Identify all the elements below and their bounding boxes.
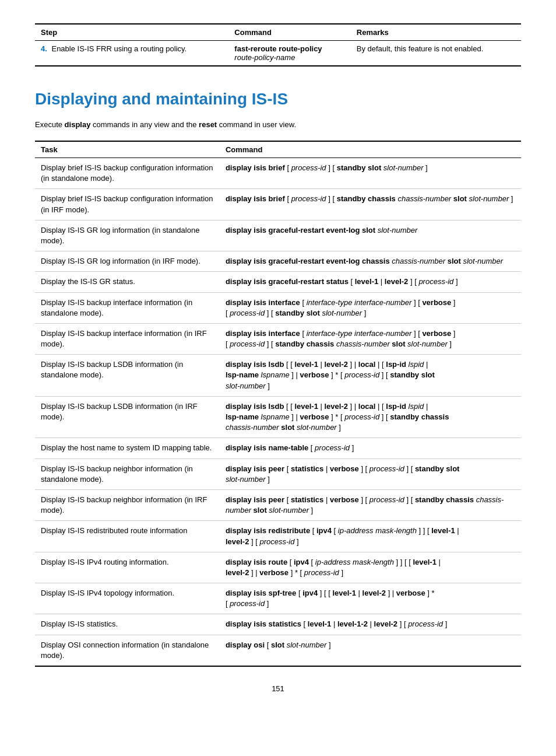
- task-cell: Display IS-IS backup interface informati…: [35, 292, 220, 323]
- command-cell: display isis route [ ipv4 [ ip-address m…: [220, 552, 521, 583]
- command-cell: display isis interface [ interface-type …: [220, 292, 521, 323]
- task-cell: Display IS-IS backup LSDB information (i…: [35, 355, 220, 397]
- page-number: 151: [35, 684, 521, 693]
- task-cell: Display IS-IS IPv4 topology information.: [35, 583, 220, 614]
- config-table-command-cell: fast-reroute route-policy route-policy-n…: [228, 41, 350, 66]
- table-row: Display the IS-IS GR status. display isi…: [35, 272, 521, 292]
- command-bold-text: fast-reroute route-policy: [234, 44, 322, 53]
- config-table-remarks-header: Remarks: [351, 24, 521, 41]
- command-cell: display isis spf-tree [ ipv4 ] [ [ level…: [220, 583, 521, 614]
- command-cell: display isis interface [ interface-type …: [220, 323, 521, 354]
- command-cell: display osi [ slot slot-number ]: [220, 635, 521, 666]
- table-row: Display IS-IS backup LSDB information (i…: [35, 355, 521, 397]
- task-cell: Display IS-IS backup interface informati…: [35, 323, 220, 354]
- command-italic-text: route-policy-name: [234, 53, 295, 62]
- table-row: Display IS-IS backup neighbor informatio…: [35, 489, 521, 520]
- config-table-remarks-cell: By default, this feature is not enabled.: [351, 41, 521, 66]
- table-row: Display IS-IS backup neighbor informatio…: [35, 459, 521, 489]
- main-table-command-header: Command: [220, 141, 521, 158]
- command-cell: display isis graceful-restart event-log …: [220, 251, 521, 272]
- step-description: Enable IS-IS FRR using a routing policy.: [51, 44, 186, 53]
- intro-paragraph: Execute display commands in any view and…: [35, 120, 521, 129]
- task-cell: Display the host name to system ID mappi…: [35, 438, 220, 459]
- task-cell: Display IS-IS backup neighbor informatio…: [35, 459, 220, 489]
- command-cell: display isis graceful-restart status [ l…: [220, 272, 521, 292]
- table-row: Display IS-IS redistributed route inform…: [35, 521, 521, 552]
- task-cell: Display IS-IS backup neighbor informatio…: [35, 489, 220, 520]
- main-table: Task Command Display brief IS-IS backup …: [35, 141, 521, 667]
- config-table: Step Command Remarks 4. Enable IS-IS FRR…: [35, 23, 521, 66]
- command-cell: display isis peer [ statistics | verbose…: [220, 459, 521, 489]
- command-cell: display isis peer [ statistics | verbose…: [220, 489, 521, 520]
- config-table-command-header: Command: [228, 24, 350, 41]
- command-cell: display isis statistics [ level-1 | leve…: [220, 614, 521, 635]
- section-title: Displaying and maintaining IS-IS: [35, 90, 521, 108]
- task-cell: Display brief IS-IS backup configuration…: [35, 158, 220, 189]
- table-row: Display brief IS-IS backup configuration…: [35, 189, 521, 220]
- command-cell: display isis redistribute [ ipv4 [ ip-ad…: [220, 521, 521, 552]
- task-cell: Display IS-IS backup LSDB information (i…: [35, 396, 220, 438]
- table-row: Display IS-IS GR log information (in sta…: [35, 220, 521, 251]
- command-cell: display isis name-table [ process-id ]: [220, 438, 521, 459]
- table-row: Display IS-IS backup interface informati…: [35, 292, 521, 323]
- main-table-task-header: Task: [35, 141, 220, 158]
- task-cell: Display IS-IS IPv4 routing information.: [35, 552, 220, 583]
- table-row: Display IS-IS IPv4 routing information. …: [35, 552, 521, 583]
- task-cell: Display IS-IS GR log information (in IRF…: [35, 251, 220, 272]
- command-cell: display isis brief [ process-id ] [ stan…: [220, 158, 521, 189]
- table-row: Display IS-IS statistics. display isis s…: [35, 614, 521, 635]
- task-cell: Display IS-IS statistics.: [35, 614, 220, 635]
- table-row: Display IS-IS IPv4 topology information.…: [35, 583, 521, 614]
- table-row: Display OSI connection information (in s…: [35, 635, 521, 666]
- table-row: Display IS-IS GR log information (in IRF…: [35, 251, 521, 272]
- command-cell: display isis graceful-restart event-log …: [220, 220, 521, 251]
- step-number: 4.: [41, 44, 50, 53]
- task-cell: Display OSI connection information (in s…: [35, 635, 220, 666]
- table-row: Display IS-IS backup LSDB information (i…: [35, 396, 521, 438]
- task-cell: Display IS-IS redistributed route inform…: [35, 521, 220, 552]
- command-cell: display isis lsdb [ [ level-1 | level-2 …: [220, 396, 521, 438]
- command-cell: display isis lsdb [ [ level-1 | level-2 …: [220, 355, 521, 397]
- table-row: Display the host name to system ID mappi…: [35, 438, 521, 459]
- command-cell: display isis brief [ process-id ] [ stan…: [220, 189, 521, 220]
- table-row: Display brief IS-IS backup configuration…: [35, 158, 521, 189]
- config-table-row: 4. Enable IS-IS FRR using a routing poli…: [35, 41, 521, 66]
- config-table-step-header: Step: [35, 24, 228, 41]
- task-cell: Display brief IS-IS backup configuration…: [35, 189, 220, 220]
- config-table-step-cell: 4. Enable IS-IS FRR using a routing poli…: [35, 41, 228, 66]
- task-cell: Display IS-IS GR log information (in sta…: [35, 220, 220, 251]
- table-row: Display IS-IS backup interface informati…: [35, 323, 521, 354]
- task-cell: Display the IS-IS GR status.: [35, 272, 220, 292]
